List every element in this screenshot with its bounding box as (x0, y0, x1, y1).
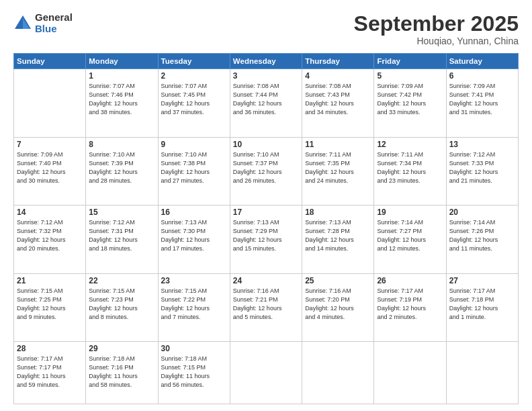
calendar-cell: 11Sunrise: 7:11 AM Sunset: 7:35 PM Dayli… (302, 137, 374, 205)
calendar-cell: 19Sunrise: 7:14 AM Sunset: 7:27 PM Dayli… (374, 205, 446, 273)
weekday-header-sunday: Sunday (14, 54, 86, 69)
calendar-cell: 25Sunrise: 7:16 AM Sunset: 7:20 PM Dayli… (302, 273, 374, 341)
day-number: 25 (305, 276, 371, 285)
day-number: 8 (89, 140, 154, 149)
day-number: 28 (17, 344, 83, 353)
logo-general-text: General (35, 12, 73, 24)
day-number: 22 (89, 276, 154, 285)
calendar-cell: 26Sunrise: 7:17 AM Sunset: 7:19 PM Dayli… (374, 273, 446, 341)
day-info: Sunrise: 7:10 AM Sunset: 7:39 PM Dayligh… (89, 150, 154, 185)
calendar-cell: 29Sunrise: 7:18 AM Sunset: 7:16 PM Dayli… (86, 341, 158, 404)
day-info: Sunrise: 7:17 AM Sunset: 7:18 PM Dayligh… (449, 287, 515, 322)
calendar-cell: 9Sunrise: 7:10 AM Sunset: 7:38 PM Daylig… (158, 137, 230, 205)
calendar-cell: 15Sunrise: 7:12 AM Sunset: 7:31 PM Dayli… (86, 205, 158, 273)
weekday-header-thursday: Thursday (302, 54, 374, 69)
day-info: Sunrise: 7:14 AM Sunset: 7:27 PM Dayligh… (377, 218, 443, 253)
day-info: Sunrise: 7:08 AM Sunset: 7:43 PM Dayligh… (305, 82, 371, 117)
calendar-cell: 30Sunrise: 7:18 AM Sunset: 7:15 PM Dayli… (158, 341, 230, 404)
day-number: 2 (161, 71, 227, 81)
day-info: Sunrise: 7:11 AM Sunset: 7:34 PM Dayligh… (377, 150, 443, 185)
week-row-1: 7Sunrise: 7:09 AM Sunset: 7:40 PM Daylig… (14, 137, 519, 205)
day-info: Sunrise: 7:11 AM Sunset: 7:35 PM Dayligh… (305, 150, 371, 185)
week-row-3: 21Sunrise: 7:15 AM Sunset: 7:25 PM Dayli… (14, 273, 519, 341)
logo-text: General Blue (35, 12, 73, 34)
day-number: 19 (377, 208, 443, 217)
weekday-header-row: SundayMondayTuesdayWednesdayThursdayFrid… (14, 54, 519, 69)
day-number: 4 (305, 71, 371, 81)
calendar-cell: 23Sunrise: 7:15 AM Sunset: 7:22 PM Dayli… (158, 273, 230, 341)
calendar-cell: 1Sunrise: 7:07 AM Sunset: 7:46 PM Daylig… (86, 69, 158, 137)
day-info: Sunrise: 7:09 AM Sunset: 7:42 PM Dayligh… (377, 82, 443, 117)
day-number: 15 (89, 208, 154, 217)
calendar-cell: 24Sunrise: 7:16 AM Sunset: 7:21 PM Dayli… (230, 273, 302, 341)
calendar-cell: 20Sunrise: 7:14 AM Sunset: 7:26 PM Dayli… (446, 205, 518, 273)
day-number: 3 (233, 71, 299, 81)
day-number: 30 (161, 344, 227, 353)
day-info: Sunrise: 7:09 AM Sunset: 7:40 PM Dayligh… (17, 150, 83, 185)
calendar-cell: 28Sunrise: 7:17 AM Sunset: 7:17 PM Dayli… (14, 341, 86, 404)
day-info: Sunrise: 7:09 AM Sunset: 7:41 PM Dayligh… (449, 82, 515, 117)
day-info: Sunrise: 7:13 AM Sunset: 7:28 PM Dayligh… (305, 218, 371, 253)
weekday-header-tuesday: Tuesday (158, 54, 230, 69)
day-number: 20 (449, 208, 515, 217)
calendar-cell (14, 69, 86, 137)
day-info: Sunrise: 7:15 AM Sunset: 7:23 PM Dayligh… (89, 287, 154, 322)
day-info: Sunrise: 7:07 AM Sunset: 7:45 PM Dayligh… (161, 82, 227, 117)
day-info: Sunrise: 7:12 AM Sunset: 7:31 PM Dayligh… (89, 218, 154, 253)
weekday-header-friday: Friday (374, 54, 446, 69)
day-info: Sunrise: 7:17 AM Sunset: 7:17 PM Dayligh… (17, 355, 83, 390)
day-info: Sunrise: 7:10 AM Sunset: 7:37 PM Dayligh… (233, 150, 299, 185)
week-row-4: 28Sunrise: 7:17 AM Sunset: 7:17 PM Dayli… (14, 341, 519, 404)
calendar-cell: 7Sunrise: 7:09 AM Sunset: 7:40 PM Daylig… (14, 137, 86, 205)
weekday-header-monday: Monday (86, 54, 158, 69)
day-info: Sunrise: 7:12 AM Sunset: 7:32 PM Dayligh… (17, 218, 83, 253)
day-number: 10 (233, 140, 299, 149)
day-number: 13 (449, 140, 515, 149)
day-number: 26 (377, 276, 443, 285)
day-info: Sunrise: 7:13 AM Sunset: 7:30 PM Dayligh… (161, 218, 227, 253)
calendar-cell: 12Sunrise: 7:11 AM Sunset: 7:34 PM Dayli… (374, 137, 446, 205)
logo-icon (13, 14, 32, 33)
day-number: 14 (17, 208, 83, 217)
day-info: Sunrise: 7:08 AM Sunset: 7:44 PM Dayligh… (233, 82, 299, 117)
calendar-cell: 5Sunrise: 7:09 AM Sunset: 7:42 PM Daylig… (374, 69, 446, 137)
day-info: Sunrise: 7:16 AM Sunset: 7:20 PM Dayligh… (305, 287, 371, 322)
day-number: 21 (17, 276, 83, 285)
day-info: Sunrise: 7:15 AM Sunset: 7:22 PM Dayligh… (161, 287, 227, 322)
day-info: Sunrise: 7:18 AM Sunset: 7:15 PM Dayligh… (161, 355, 227, 390)
weekday-header-wednesday: Wednesday (230, 54, 302, 69)
calendar-cell: 27Sunrise: 7:17 AM Sunset: 7:18 PM Dayli… (446, 273, 518, 341)
day-info: Sunrise: 7:13 AM Sunset: 7:29 PM Dayligh… (233, 218, 299, 253)
day-number: 16 (161, 208, 227, 217)
weekday-header-saturday: Saturday (446, 54, 518, 69)
day-info: Sunrise: 7:16 AM Sunset: 7:21 PM Dayligh… (233, 287, 299, 322)
calendar-cell: 8Sunrise: 7:10 AM Sunset: 7:39 PM Daylig… (86, 137, 158, 205)
day-number: 6 (449, 71, 515, 81)
calendar-cell: 17Sunrise: 7:13 AM Sunset: 7:29 PM Dayli… (230, 205, 302, 273)
title-block: September 2025 Houqiao, Yunnan, China (354, 12, 519, 46)
calendar-cell: 21Sunrise: 7:15 AM Sunset: 7:25 PM Dayli… (14, 273, 86, 341)
day-number: 9 (161, 140, 227, 149)
header: General Blue September 2025 Houqiao, Yun… (13, 12, 519, 46)
day-info: Sunrise: 7:10 AM Sunset: 7:38 PM Dayligh… (161, 150, 227, 185)
calendar-cell (230, 341, 302, 404)
day-info: Sunrise: 7:12 AM Sunset: 7:33 PM Dayligh… (449, 150, 515, 185)
day-number: 12 (377, 140, 443, 149)
logo: General Blue (13, 12, 73, 34)
calendar-cell (374, 341, 446, 404)
week-row-0: 1Sunrise: 7:07 AM Sunset: 7:46 PM Daylig… (14, 69, 519, 137)
month-title: September 2025 (354, 12, 519, 36)
page: General Blue September 2025 Houqiao, Yun… (0, 0, 532, 411)
day-number: 5 (377, 71, 443, 81)
calendar-cell (446, 341, 518, 404)
calendar-cell: 16Sunrise: 7:13 AM Sunset: 7:30 PM Dayli… (158, 205, 230, 273)
day-number: 18 (305, 208, 371, 217)
calendar-cell: 14Sunrise: 7:12 AM Sunset: 7:32 PM Dayli… (14, 205, 86, 273)
calendar-cell: 4Sunrise: 7:08 AM Sunset: 7:43 PM Daylig… (302, 69, 374, 137)
day-number: 11 (305, 140, 371, 149)
day-info: Sunrise: 7:14 AM Sunset: 7:26 PM Dayligh… (449, 218, 515, 253)
day-number: 7 (17, 140, 83, 149)
calendar-cell: 18Sunrise: 7:13 AM Sunset: 7:28 PM Dayli… (302, 205, 374, 273)
day-number: 1 (89, 71, 154, 81)
day-number: 17 (233, 208, 299, 217)
